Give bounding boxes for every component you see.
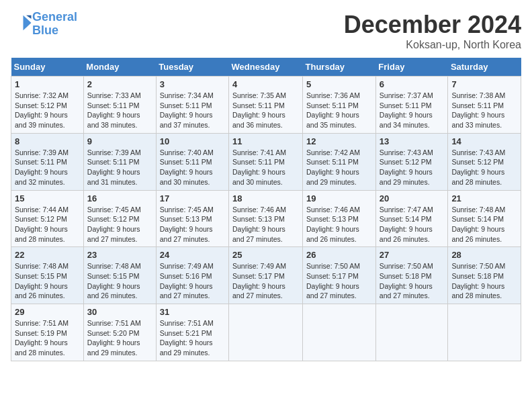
day-detail: Sunrise: 7:51 AMSunset: 5:19 PMDaylight:… bbox=[15, 318, 80, 358]
calendar-week-row: 29Sunrise: 7:51 AMSunset: 5:19 PMDayligh… bbox=[11, 304, 521, 361]
title-block: December 2024 Koksan-up, North Korea bbox=[344, 11, 521, 51]
day-detail: Sunrise: 7:43 AMSunset: 5:12 PMDaylight:… bbox=[380, 148, 445, 187]
day-detail: Sunrise: 7:46 AMSunset: 5:13 PMDaylight:… bbox=[232, 205, 299, 244]
weekday-header-saturday: Saturday bbox=[448, 58, 521, 77]
day-detail: Sunrise: 7:36 AMSunset: 5:11 PMDaylight:… bbox=[306, 91, 372, 130]
day-number: 26 bbox=[306, 250, 372, 260]
calendar-cell: 16Sunrise: 7:45 AMSunset: 5:12 PMDayligh… bbox=[83, 190, 156, 247]
day-detail: Sunrise: 7:38 AMSunset: 5:11 PMDaylight:… bbox=[451, 91, 517, 130]
day-detail: Sunrise: 7:48 AMSunset: 5:14 PMDaylight:… bbox=[451, 205, 517, 244]
weekday-header-monday: Monday bbox=[83, 58, 156, 77]
weekday-header-friday: Friday bbox=[375, 58, 448, 77]
calendar-cell: 4Sunrise: 7:35 AMSunset: 5:11 PMDaylight… bbox=[229, 77, 303, 134]
calendar-cell: 7Sunrise: 7:38 AMSunset: 5:11 PMDaylight… bbox=[448, 77, 521, 134]
day-number: 14 bbox=[451, 136, 517, 146]
weekday-header-sunday: Sunday bbox=[11, 58, 84, 77]
day-number: 13 bbox=[380, 136, 445, 146]
day-number: 21 bbox=[451, 193, 517, 203]
day-detail: Sunrise: 7:32 AMSunset: 5:12 PMDaylight:… bbox=[15, 91, 80, 130]
calendar-cell: 19Sunrise: 7:46 AMSunset: 5:13 PMDayligh… bbox=[303, 190, 376, 247]
day-number: 28 bbox=[451, 250, 517, 260]
calendar-week-row: 15Sunrise: 7:44 AMSunset: 5:12 PMDayligh… bbox=[11, 190, 521, 247]
day-number: 17 bbox=[160, 193, 225, 203]
calendar-cell: 12Sunrise: 7:42 AMSunset: 5:11 PMDayligh… bbox=[303, 133, 376, 190]
day-detail: Sunrise: 7:46 AMSunset: 5:13 PMDaylight:… bbox=[306, 205, 372, 244]
calendar-cell: 8Sunrise: 7:39 AMSunset: 5:11 PMDaylight… bbox=[11, 133, 84, 190]
day-detail: Sunrise: 7:51 AMSunset: 5:20 PMDaylight:… bbox=[87, 318, 152, 358]
calendar-cell: 26Sunrise: 7:50 AMSunset: 5:17 PMDayligh… bbox=[303, 247, 376, 304]
day-detail: Sunrise: 7:48 AMSunset: 5:15 PMDaylight:… bbox=[87, 261, 152, 301]
day-number: 2 bbox=[87, 79, 152, 89]
calendar-table: SundayMondayTuesdayWednesdayThursdayFrid… bbox=[11, 58, 521, 361]
calendar-cell: 22Sunrise: 7:48 AMSunset: 5:15 PMDayligh… bbox=[11, 247, 84, 304]
day-detail: Sunrise: 7:51 AMSunset: 5:21 PMDaylight:… bbox=[160, 318, 225, 358]
day-detail: Sunrise: 7:40 AMSunset: 5:11 PMDaylight:… bbox=[160, 148, 225, 187]
day-number: 4 bbox=[232, 79, 299, 89]
day-detail: Sunrise: 7:39 AMSunset: 5:11 PMDaylight:… bbox=[15, 148, 80, 187]
day-number: 1 bbox=[15, 79, 80, 89]
logo-text: General Blue bbox=[32, 11, 77, 38]
weekday-header-tuesday: Tuesday bbox=[156, 58, 228, 77]
day-number: 30 bbox=[87, 307, 152, 317]
calendar-cell bbox=[229, 304, 303, 361]
day-detail: Sunrise: 7:50 AMSunset: 5:18 PMDaylight:… bbox=[451, 261, 517, 301]
calendar-cell bbox=[448, 304, 521, 361]
weekday-header-thursday: Thursday bbox=[303, 58, 376, 77]
calendar-cell: 6Sunrise: 7:37 AMSunset: 5:11 PMDaylight… bbox=[375, 77, 448, 134]
calendar-cell: 17Sunrise: 7:45 AMSunset: 5:13 PMDayligh… bbox=[156, 190, 228, 247]
day-detail: Sunrise: 7:49 AMSunset: 5:17 PMDaylight:… bbox=[232, 261, 299, 301]
day-detail: Sunrise: 7:44 AMSunset: 5:12 PMDaylight:… bbox=[15, 205, 80, 244]
svg-marker-1 bbox=[26, 15, 32, 19]
day-number: 6 bbox=[380, 79, 445, 89]
day-detail: Sunrise: 7:35 AMSunset: 5:11 PMDaylight:… bbox=[232, 91, 299, 130]
day-number: 9 bbox=[87, 136, 152, 146]
calendar-cell: 30Sunrise: 7:51 AMSunset: 5:20 PMDayligh… bbox=[83, 304, 156, 361]
day-number: 15 bbox=[15, 193, 80, 203]
calendar-cell: 14Sunrise: 7:43 AMSunset: 5:12 PMDayligh… bbox=[448, 133, 521, 190]
calendar-cell: 29Sunrise: 7:51 AMSunset: 5:19 PMDayligh… bbox=[11, 304, 84, 361]
calendar-cell: 11Sunrise: 7:41 AMSunset: 5:11 PMDayligh… bbox=[229, 133, 303, 190]
calendar-cell: 21Sunrise: 7:48 AMSunset: 5:14 PMDayligh… bbox=[448, 190, 521, 247]
page-header: General Blue December 2024 Koksan-up, No… bbox=[11, 11, 521, 51]
calendar-cell: 31Sunrise: 7:51 AMSunset: 5:21 PMDayligh… bbox=[156, 304, 228, 361]
day-detail: Sunrise: 7:39 AMSunset: 5:11 PMDaylight:… bbox=[87, 148, 152, 187]
calendar-cell: 3Sunrise: 7:34 AMSunset: 5:11 PMDaylight… bbox=[156, 77, 228, 134]
day-number: 22 bbox=[15, 250, 80, 260]
calendar-cell: 27Sunrise: 7:50 AMSunset: 5:18 PMDayligh… bbox=[375, 247, 448, 304]
month-title: December 2024 bbox=[344, 11, 521, 39]
day-number: 12 bbox=[306, 136, 372, 146]
day-detail: Sunrise: 7:42 AMSunset: 5:11 PMDaylight:… bbox=[306, 148, 372, 187]
calendar-cell: 10Sunrise: 7:40 AMSunset: 5:11 PMDayligh… bbox=[156, 133, 228, 190]
calendar-cell: 20Sunrise: 7:47 AMSunset: 5:14 PMDayligh… bbox=[375, 190, 448, 247]
calendar-cell: 23Sunrise: 7:48 AMSunset: 5:15 PMDayligh… bbox=[83, 247, 156, 304]
calendar-cell bbox=[303, 304, 376, 361]
calendar-cell bbox=[375, 304, 448, 361]
calendar-cell: 28Sunrise: 7:50 AMSunset: 5:18 PMDayligh… bbox=[448, 247, 521, 304]
calendar-week-row: 22Sunrise: 7:48 AMSunset: 5:15 PMDayligh… bbox=[11, 247, 521, 304]
calendar-cell: 2Sunrise: 7:33 AMSunset: 5:11 PMDaylight… bbox=[83, 77, 156, 134]
day-detail: Sunrise: 7:50 AMSunset: 5:18 PMDaylight:… bbox=[380, 261, 445, 301]
day-number: 27 bbox=[380, 250, 445, 260]
day-number: 19 bbox=[306, 193, 372, 203]
logo-icon bbox=[12, 13, 32, 33]
day-number: 5 bbox=[306, 79, 372, 89]
calendar-cell: 5Sunrise: 7:36 AMSunset: 5:11 PMDaylight… bbox=[303, 77, 376, 134]
day-number: 24 bbox=[160, 250, 225, 260]
day-number: 23 bbox=[87, 250, 152, 260]
calendar-week-row: 1Sunrise: 7:32 AMSunset: 5:12 PMDaylight… bbox=[11, 77, 521, 134]
calendar-cell: 24Sunrise: 7:49 AMSunset: 5:16 PMDayligh… bbox=[156, 247, 228, 304]
day-number: 7 bbox=[451, 79, 517, 89]
day-detail: Sunrise: 7:45 AMSunset: 5:12 PMDaylight:… bbox=[87, 205, 152, 244]
calendar-week-row: 8Sunrise: 7:39 AMSunset: 5:11 PMDaylight… bbox=[11, 133, 521, 190]
day-detail: Sunrise: 7:43 AMSunset: 5:12 PMDaylight:… bbox=[451, 148, 517, 187]
day-detail: Sunrise: 7:45 AMSunset: 5:13 PMDaylight:… bbox=[160, 205, 225, 244]
day-detail: Sunrise: 7:50 AMSunset: 5:17 PMDaylight:… bbox=[306, 261, 372, 301]
weekday-header-row: SundayMondayTuesdayWednesdayThursdayFrid… bbox=[11, 58, 521, 77]
day-number: 20 bbox=[380, 193, 445, 203]
day-number: 3 bbox=[160, 79, 225, 89]
logo: General Blue bbox=[11, 11, 77, 38]
weekday-header-wednesday: Wednesday bbox=[229, 58, 303, 77]
location-subtitle: Koksan-up, North Korea bbox=[344, 39, 521, 51]
calendar-cell: 25Sunrise: 7:49 AMSunset: 5:17 PMDayligh… bbox=[229, 247, 303, 304]
calendar-cell: 9Sunrise: 7:39 AMSunset: 5:11 PMDaylight… bbox=[83, 133, 156, 190]
